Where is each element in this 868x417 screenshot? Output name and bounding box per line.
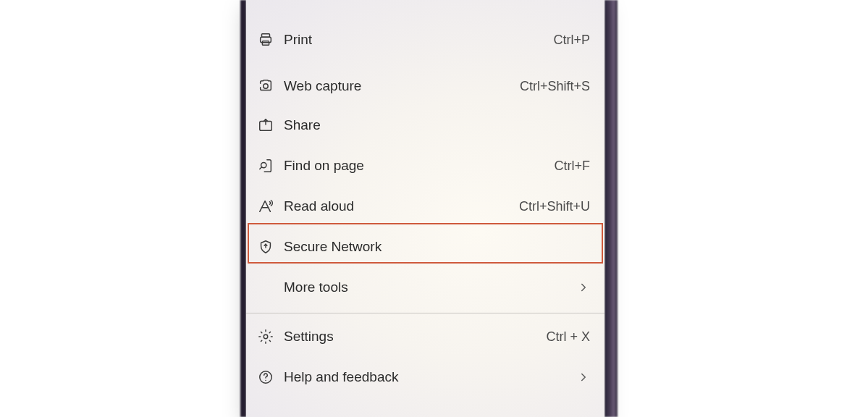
svg-point-6 <box>264 334 268 339</box>
menu-item-label: Share <box>284 117 590 133</box>
gear-icon <box>256 327 275 346</box>
share-icon <box>256 116 275 135</box>
browser-overflow-menu: Print Ctrl+P Web capture Ctrl+Shift+S <box>246 0 604 417</box>
web-capture-icon <box>256 77 275 96</box>
menu-item-more-tools[interactable]: More tools <box>246 268 604 307</box>
menu-item-secure-network[interactable]: Secure Network <box>246 227 604 266</box>
svg-point-3 <box>264 84 268 88</box>
background-edge-left <box>240 0 246 417</box>
menu-item-print[interactable]: Print Ctrl+P <box>246 20 604 59</box>
chevron-right-icon <box>577 371 590 384</box>
menu-item-settings[interactable]: Settings Ctrl + X <box>246 317 604 356</box>
find-icon <box>256 156 275 175</box>
menu-item-shortcut: Ctrl + X <box>546 329 590 345</box>
menu-item-label: Secure Network <box>284 239 590 255</box>
menu-item-read-aloud[interactable]: Read aloud Ctrl+Shift+U <box>246 187 604 226</box>
menu-divider <box>246 313 604 313</box>
menu-item-label: Print <box>284 32 553 48</box>
menu-item-find-on-page[interactable]: Find on page Ctrl+F <box>246 146 604 185</box>
menu-item-shortcut: Ctrl+Shift+U <box>519 199 590 214</box>
menu-item-shortcut: Ctrl+P <box>553 33 590 48</box>
read-aloud-icon <box>256 197 275 216</box>
menu-item-web-capture[interactable]: Web capture Ctrl+Shift+S <box>246 67 604 106</box>
menu-item-shortcut: Ctrl+F <box>555 159 591 174</box>
background-edge-right <box>604 0 618 417</box>
menu-item-label: Settings <box>284 329 546 345</box>
screenshot-stage: Print Ctrl+P Web capture Ctrl+Shift+S <box>0 0 868 417</box>
menu-item-label: Web capture <box>284 78 520 94</box>
chevron-right-icon <box>577 281 590 294</box>
svg-rect-2 <box>262 41 269 46</box>
print-icon <box>256 30 275 49</box>
menu-item-label: More tools <box>284 279 577 295</box>
menu-item-label: Read aloud <box>284 198 519 214</box>
help-icon <box>256 368 275 387</box>
menu-item-share[interactable]: Share <box>246 106 604 145</box>
menu-item-shortcut: Ctrl+Shift+S <box>520 79 590 94</box>
shield-icon <box>256 237 275 256</box>
menu-item-label: Find on page <box>284 158 555 174</box>
menu-item-help-and-feedback[interactable]: Help and feedback <box>246 358 604 397</box>
menu-item-label: Help and feedback <box>284 369 577 385</box>
svg-point-8 <box>265 380 266 381</box>
